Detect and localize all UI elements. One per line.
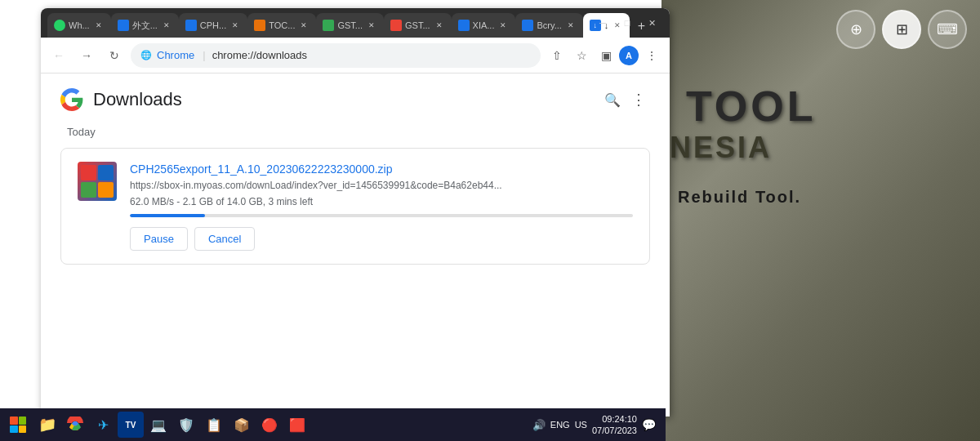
- taskbar-app8[interactable]: 📦: [229, 412, 255, 438]
- tab-close-4[interactable]: ✕: [298, 20, 310, 31]
- download-info: CPH2565export_11_A.10_20230622223230000.…: [130, 162, 633, 251]
- taskbar-app10[interactable]: 🟥: [284, 412, 310, 438]
- tab-5[interactable]: GST... ✕: [316, 13, 384, 38]
- start-button[interactable]: [3, 410, 33, 439]
- header-actions: 🔍 ⋮: [601, 88, 650, 111]
- windows-logo: [10, 416, 26, 433]
- tab-favicon-whatsapp: [54, 20, 65, 31]
- tab-close-2[interactable]: ✕: [161, 20, 172, 31]
- win-logo-cell-3: [10, 425, 18, 434]
- tab-4[interactable]: TOC... ✕: [247, 13, 316, 38]
- tab-label-8: Bcry...: [537, 20, 561, 30]
- window-controls: ─ □ ✕: [591, 15, 663, 31]
- tab-label-7: XIA...: [473, 20, 495, 30]
- keyboard-icon: ⌨: [937, 20, 958, 38]
- tab-label-4: TOC...: [269, 20, 295, 30]
- icon-cell-4: [98, 182, 114, 198]
- minimize-button[interactable]: ─: [591, 15, 614, 31]
- tab-8[interactable]: Bcry... ✕: [515, 13, 582, 38]
- taskbar-file-explorer[interactable]: 📁: [34, 412, 60, 438]
- taskbar-notification-button[interactable]: 💬: [642, 418, 656, 431]
- bg-text-tool: TOOL: [686, 82, 816, 131]
- download-progress-text: 62.0 MB/s - 2.1 GB of 14.0 GB, 3 mins le…: [130, 196, 633, 207]
- maximize-button[interactable]: □: [616, 15, 639, 31]
- browser-window: Wh... ✕ 外文... ✕ CPH... ✕ TOC... ✕ GST...: [41, 8, 670, 416]
- more-downloads-button[interactable]: ⋮: [627, 88, 650, 111]
- profile-button[interactable]: A: [619, 46, 639, 65]
- win-logo-cell-1: [10, 416, 18, 425]
- bg-text-rebuild: Rebuild Tool.: [678, 188, 801, 207]
- tab-whatsapp[interactable]: Wh... ✕: [47, 13, 111, 38]
- tab-favicon-8: [522, 20, 533, 31]
- address-bar[interactable]: 🌐 Chrome | chrome://downloads: [131, 43, 541, 68]
- background-photo: TOOL NESIA Rebuild Tool.: [662, 0, 980, 441]
- close-button[interactable]: ✕: [640, 15, 663, 31]
- title-bar: Wh... ✕ 外文... ✕ CPH... ✕ TOC... ✕ GST...: [41, 8, 670, 38]
- taskbar-app7[interactable]: 📋: [201, 412, 227, 438]
- taskbar-app6[interactable]: 🛡️: [173, 412, 199, 438]
- forward-button[interactable]: →: [75, 44, 98, 67]
- tab-close-8[interactable]: ✕: [565, 20, 577, 31]
- tab-favicon-5: [323, 20, 334, 31]
- taskbar-chrome[interactable]: [62, 412, 88, 438]
- download-url: https://sbox-in.myoas.com/downLoad/index…: [130, 180, 633, 191]
- tab-favicon-2: [118, 20, 129, 31]
- bg-text-nesia: NESIA: [670, 131, 772, 165]
- taskbar-app9[interactable]: 🔴: [256, 412, 283, 438]
- address-separator: |: [203, 49, 205, 61]
- refresh-button[interactable]: ↻: [103, 44, 126, 67]
- tab-2[interactable]: 外文... ✕: [111, 13, 179, 38]
- tab-label-6: GST...: [405, 20, 430, 30]
- win-logo-cell-4: [19, 425, 27, 434]
- zoom-button[interactable]: ⊕: [836, 10, 875, 49]
- tab-close-6[interactable]: ✕: [434, 20, 445, 31]
- icon-cell-3: [81, 182, 96, 198]
- navigation-toolbar: ← → ↻ 🌐 Chrome | chrome://downloads ⇧ ☆ …: [41, 38, 670, 74]
- taskbar-right: 🔊 ENG US 09:24:10 07/07/2023 💬: [532, 413, 662, 437]
- tab-favicon-7: [458, 20, 470, 31]
- remote-button[interactable]: ⊞: [882, 10, 921, 49]
- zoom-icon: ⊕: [850, 20, 862, 38]
- tab-label-5: GST...: [337, 20, 363, 30]
- win-logo-cell-2: [19, 416, 27, 425]
- tab-favicon-4: [254, 20, 265, 31]
- cast-button[interactable]: ▣: [595, 44, 617, 67]
- taskbar-gpmc[interactable]: 💻: [145, 412, 172, 438]
- keyboard-button[interactable]: ⌨: [928, 10, 967, 49]
- tab-7[interactable]: XIA... ✕: [452, 13, 516, 38]
- taskbar-datetime[interactable]: 09:24:10 07/07/2023: [592, 413, 637, 437]
- tab-6[interactable]: GST... ✕: [384, 13, 452, 38]
- download-filename[interactable]: CPH2565export_11_A.10_20230622223230000.…: [130, 163, 393, 176]
- tab-close-7[interactable]: ✕: [497, 20, 509, 31]
- page-content: Downloads 🔍 ⋮ Today CPH2565expo: [41, 74, 670, 416]
- cancel-button[interactable]: Cancel: [194, 227, 255, 251]
- taskbar-time-text: 09:24:10: [592, 413, 637, 425]
- downloads-title: Downloads: [93, 89, 182, 110]
- tab-label-whatsapp: Wh...: [69, 20, 90, 30]
- tab-close-whatsapp[interactable]: ✕: [93, 20, 105, 31]
- tabs-row: Wh... ✕ 外文... ✕ CPH... ✕ TOC... ✕ GST...: [47, 8, 653, 38]
- address-url: chrome://downloads: [212, 49, 531, 61]
- bookmark-button[interactable]: ☆: [570, 44, 593, 67]
- progress-bar-fill: [130, 214, 205, 217]
- remote-icon: ⊞: [896, 20, 908, 38]
- download-actions: Pause Cancel: [130, 227, 633, 251]
- toolbar-right-icons: ⇧ ☆ ▣ A ⋮: [546, 44, 663, 67]
- search-downloads-button[interactable]: 🔍: [601, 88, 624, 111]
- more-button[interactable]: ⋮: [640, 44, 663, 67]
- tab-close-5[interactable]: ✕: [366, 20, 377, 31]
- lock-icon: 🌐: [140, 50, 152, 61]
- taskbar-teamviewer[interactable]: TV: [118, 412, 144, 438]
- pause-button[interactable]: Pause: [130, 227, 188, 251]
- tab-favicon-6: [390, 20, 402, 31]
- tab-3[interactable]: CPH... ✕: [179, 13, 247, 38]
- tab-favicon-3: [185, 20, 197, 31]
- today-label: Today: [41, 119, 670, 145]
- google-logo-icon: [60, 88, 83, 111]
- tab-close-3[interactable]: ✕: [229, 20, 241, 31]
- taskbar-telegram[interactable]: ✈: [90, 412, 116, 438]
- chrome-label: Chrome: [157, 49, 194, 61]
- back-button[interactable]: ←: [47, 44, 70, 67]
- taskbar-region: US: [575, 420, 587, 430]
- share-button[interactable]: ⇧: [546, 44, 568, 67]
